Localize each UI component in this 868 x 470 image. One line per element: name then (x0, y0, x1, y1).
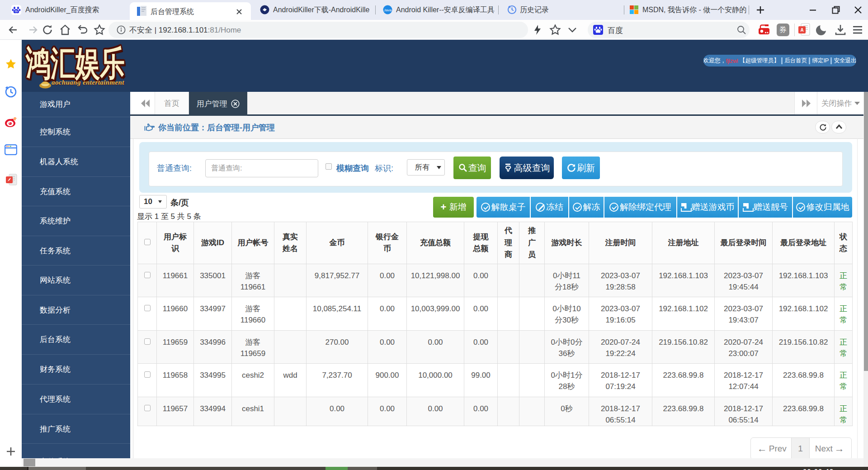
svg-text:A: A (800, 28, 803, 33)
svg-text:du: du (14, 9, 18, 13)
svg-text:Java: Java (384, 8, 392, 12)
